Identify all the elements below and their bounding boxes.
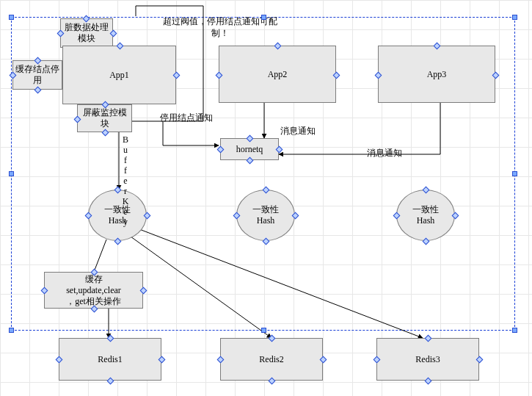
label: 脏数据处理模块 xyxy=(62,22,111,44)
block-shield-monitor[interactable]: 屏蔽监控模块 xyxy=(77,104,132,132)
label-l2: set,update,clear xyxy=(66,285,121,296)
block-app1[interactable]: App1 xyxy=(62,46,176,104)
handle-nw[interactable] xyxy=(9,15,14,20)
handle-sw[interactable] xyxy=(9,328,14,333)
edge-label-disable-notify: 停用结点通知 xyxy=(160,112,213,124)
label: 屏蔽监控模块 xyxy=(79,107,130,129)
label: App1 xyxy=(109,70,129,81)
label-l1: 一致性 xyxy=(252,204,279,215)
label-l1: 一致性 xyxy=(412,204,439,215)
label: Redis2 xyxy=(259,354,283,365)
label: hornetq xyxy=(236,144,263,155)
block-cache-ops[interactable]: 缓存 set,update,clear ，get相关操作 xyxy=(44,272,143,309)
block-hash1[interactable]: 一致性 Hash xyxy=(88,190,147,241)
handle-ne[interactable] xyxy=(512,15,517,20)
block-dirty-data[interactable]: 脏数据处理模块 xyxy=(60,18,113,48)
block-redis2[interactable]: Redis2 xyxy=(220,338,323,381)
label-l2: Hash xyxy=(257,215,275,226)
edge-label-msg-notify-2: 消息通知 xyxy=(367,147,402,159)
block-app2[interactable]: App2 xyxy=(219,46,336,103)
block-app3[interactable]: App3 xyxy=(378,46,495,103)
block-disable-node[interactable]: 缓存结点停用 xyxy=(12,60,62,90)
diagram-canvas[interactable]: 超过阀值，停用结点通知可配制！ 脏数据处理模块 缓存结点停用 App1 屏蔽监控… xyxy=(0,0,532,396)
handle-se[interactable] xyxy=(512,328,517,333)
label: App3 xyxy=(427,69,447,80)
label: Redis3 xyxy=(415,354,440,365)
edge-label-bufferkey: BufferKey xyxy=(120,134,131,227)
label-l2: Hash xyxy=(417,215,435,226)
edge-label-msg-notify-1: 消息通知 xyxy=(280,125,316,137)
label: App2 xyxy=(268,69,288,80)
label: Redis1 xyxy=(98,354,122,365)
block-hash2[interactable]: 一致性 Hash xyxy=(236,190,295,241)
handle-e[interactable] xyxy=(512,171,517,176)
block-redis1[interactable]: Redis1 xyxy=(59,338,161,381)
label: 缓存结点停用 xyxy=(15,64,60,86)
block-redis3[interactable]: Redis3 xyxy=(376,338,479,381)
block-hash3[interactable]: 一致性 Hash xyxy=(396,190,455,241)
handle-s[interactable] xyxy=(261,328,266,333)
handle-n[interactable] xyxy=(261,15,266,20)
handle-w[interactable] xyxy=(9,171,14,176)
